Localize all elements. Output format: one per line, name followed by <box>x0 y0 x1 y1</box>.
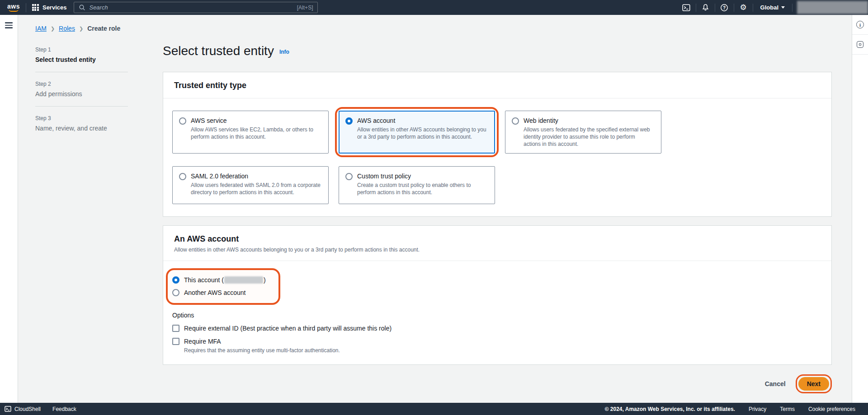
terminal-icon <box>5 406 11 412</box>
tile-label: Web identity <box>524 117 654 124</box>
aws-smile-icon <box>9 9 19 12</box>
annotation-ring-account-radios: This account () Another AWS account <box>166 268 280 305</box>
tile-description: Allow entities in other AWS accounts bel… <box>357 126 487 140</box>
tile-aws-account[interactable]: AWS account Allow entities in other AWS … <box>339 111 495 154</box>
notifications-button[interactable] <box>696 0 715 15</box>
trusted-entity-tiles: AWS service Allow AWS services like EC2,… <box>163 98 831 216</box>
tile-text: AWS account Allow entities in other AWS … <box>357 117 487 148</box>
services-menu-button[interactable]: Services <box>32 4 67 11</box>
radio-label: This account () <box>184 276 266 284</box>
next-button[interactable]: Next <box>798 377 829 391</box>
tile-web-identity[interactable]: Web identity Allows users federated by t… <box>505 111 661 154</box>
wizard-step-3[interactable]: Step 3 Name, review, and create <box>35 115 128 132</box>
breadcrumb-current: Create role <box>87 25 120 32</box>
top-navigation-bar: aws Services [Alt+S] ? ⚙ Global <box>0 0 868 15</box>
search-shortcut-hint: [Alt+S] <box>297 5 313 11</box>
cloudshell-button[interactable] <box>677 0 696 15</box>
account-menu-redacted[interactable] <box>797 1 868 14</box>
footer-cloudshell-button[interactable]: CloudShell <box>5 406 41 412</box>
radio-checked-icon[interactable] <box>345 117 353 125</box>
cookie-preferences-link[interactable]: Cookie preferences <box>808 406 855 412</box>
tile-description: Create a custom trust policy to enable o… <box>357 182 487 196</box>
step-title: Add permissions <box>35 90 128 98</box>
an-aws-account-heading: An AWS account <box>174 234 821 244</box>
radio-this-account[interactable]: This account () <box>172 276 266 284</box>
tile-label: AWS account <box>357 117 487 124</box>
radio-unchecked-icon[interactable] <box>179 117 186 125</box>
topnav-right-cluster: ? ⚙ Global <box>677 0 868 15</box>
services-grid-icon <box>32 4 39 11</box>
wizard-step-1[interactable]: Step 1 Select trusted entity <box>35 47 128 63</box>
tile-aws-service[interactable]: AWS service Allow AWS services like EC2,… <box>172 111 329 154</box>
gear-icon: ⚙ <box>740 4 746 11</box>
aws-logo[interactable]: aws <box>7 4 20 12</box>
step-title: Name, review, and create <box>35 125 128 132</box>
wizard-main-column: Select trusted entity Info Trusted entit… <box>163 15 832 393</box>
step-number: Step 1 <box>35 47 128 53</box>
bell-icon <box>702 4 709 11</box>
info-link[interactable]: Info <box>279 49 289 55</box>
tile-label: Custom trust policy <box>357 173 487 180</box>
radio-checked-icon[interactable] <box>172 276 179 284</box>
main-content-area: IAM ❯ Roles ❯ Create role Step 1 Select … <box>18 15 852 403</box>
region-selector[interactable]: Global <box>753 0 792 15</box>
tile-description: Allows users federated by the specified … <box>524 126 654 148</box>
steps-divider <box>35 106 128 107</box>
an-aws-account-body: This account () Another AWS account Opti… <box>163 261 831 364</box>
checkbox-require-mfa[interactable]: Require MFA <box>172 338 821 345</box>
tile-text: AWS service Allow AWS services like EC2,… <box>191 117 321 148</box>
radio-unchecked-icon[interactable] <box>172 289 179 296</box>
step-number: Step 2 <box>35 81 128 87</box>
footer-left: CloudShell Feedback <box>5 406 76 412</box>
tile-custom-trust-policy[interactable]: Custom trust policy Create a custom trus… <box>339 166 495 204</box>
account-number-redacted <box>224 276 263 284</box>
tile-saml-federation[interactable]: SAML 2.0 federation Allow users federate… <box>172 166 329 204</box>
svg-text:?: ? <box>723 5 726 10</box>
right-help-rail: i <box>852 15 868 403</box>
checkbox-unchecked-icon[interactable] <box>172 325 179 332</box>
cancel-button[interactable]: Cancel <box>765 380 786 387</box>
tile-text: SAML 2.0 federation Allow users federate… <box>191 173 321 198</box>
radio-unchecked-icon[interactable] <box>512 117 519 125</box>
panel-header: An AWS account Allow entities in other A… <box>163 226 831 261</box>
tile-label: SAML 2.0 federation <box>191 173 321 180</box>
checkbox-require-external-id[interactable]: Require external ID (Best practice when … <box>172 325 821 332</box>
wizard-step-2[interactable]: Step 2 Add permissions <box>35 81 128 98</box>
services-label: Services <box>42 4 67 11</box>
breadcrumb-iam-link[interactable]: IAM <box>35 25 47 32</box>
page-title-row: Select trusted entity Info <box>163 43 832 59</box>
annotation-ring-next-button: Next <box>796 374 832 393</box>
nav-divider <box>26 3 26 12</box>
radio-unchecked-icon[interactable] <box>345 173 353 180</box>
feedback-link[interactable]: Feedback <box>52 406 76 412</box>
side-tools-button[interactable] <box>852 35 868 55</box>
search-input[interactable] <box>89 4 293 11</box>
question-circle-icon: ? <box>720 4 728 12</box>
tile-text: Web identity Allows users federated by t… <box>524 117 654 148</box>
tile-description: Allow AWS services like EC2, Lambda, or … <box>191 126 321 140</box>
search-icon <box>79 4 85 11</box>
settings-button[interactable]: ⚙ <box>734 0 753 15</box>
tile-text: Custom trust policy Create a custom trus… <box>357 173 487 198</box>
wizard-steps-nav: Step 1 Select trusted entity Step 2 Add … <box>35 47 128 132</box>
panel-header: Trusted entity type <box>163 72 831 98</box>
terms-link[interactable]: Terms <box>780 406 795 412</box>
checkbox-unchecked-icon[interactable] <box>172 338 179 345</box>
breadcrumb-roles-link[interactable]: Roles <box>59 25 75 32</box>
tile-description: Allow users federated with SAML 2.0 from… <box>191 182 321 196</box>
radio-another-aws-account[interactable]: Another AWS account <box>172 289 266 296</box>
privacy-link[interactable]: Privacy <box>749 406 766 412</box>
info-panel-button[interactable]: i <box>852 15 868 35</box>
mfa-description: Requires that the assuming entity use mu… <box>184 347 821 354</box>
region-label: Global <box>760 4 778 11</box>
hamburger-menu-icon[interactable] <box>5 22 13 28</box>
radio-unchecked-icon[interactable] <box>179 173 186 180</box>
checkbox-label: Require MFA <box>184 338 221 345</box>
wizard-actions-row: Cancel Next <box>163 374 832 393</box>
chevron-down-icon <box>781 6 785 9</box>
cloudshell-label: CloudShell <box>14 406 41 412</box>
global-search[interactable]: [Alt+S] <box>74 2 318 13</box>
trusted-entity-type-panel: Trusted entity type AWS service Allow AW… <box>163 72 832 217</box>
help-button[interactable]: ? <box>715 0 734 15</box>
left-collapsed-sidebar <box>0 15 18 403</box>
